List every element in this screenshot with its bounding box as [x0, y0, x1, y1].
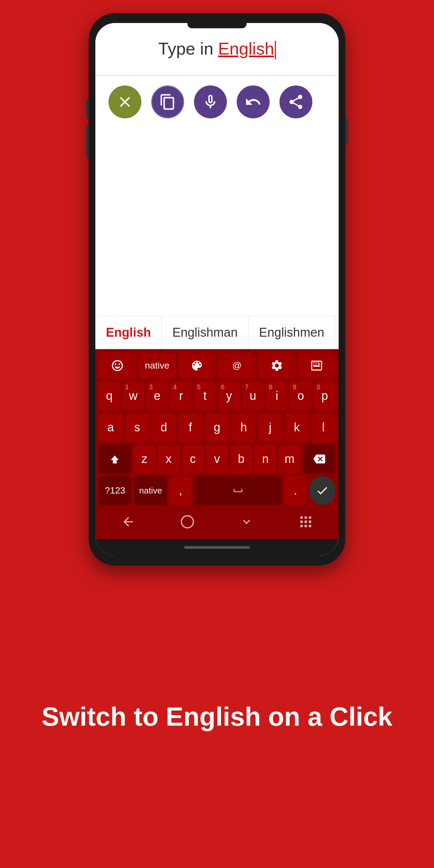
key-m[interactable]: m [279, 444, 301, 473]
settings-icon [270, 359, 283, 372]
settings-button[interactable] [258, 352, 295, 379]
key-i-num: 8 [269, 383, 273, 391]
palette-button[interactable] [179, 352, 216, 379]
key-q[interactable]: q [99, 381, 120, 410]
text-input-area[interactable]: Type in English [95, 23, 339, 75]
native-label-top: native [145, 360, 169, 371]
grid-nav-button[interactable] [292, 514, 319, 530]
suggestion-englishmen[interactable]: Englishmen [249, 316, 335, 349]
done-icon [316, 484, 329, 497]
emoji-button[interactable] [99, 352, 136, 379]
volume-up-button[interactable] [86, 99, 89, 118]
action-button-row [95, 75, 339, 128]
delete-button[interactable] [108, 86, 142, 118]
suggestion-eng[interactable]: Eng [335, 316, 339, 349]
done-key[interactable] [309, 476, 335, 505]
symbols-key[interactable]: ?123 [99, 476, 131, 505]
keyboard-hide-button[interactable] [298, 352, 335, 379]
keyboard-row-4: ?123 native , . [99, 476, 335, 505]
share-icon [287, 93, 305, 111]
home-bar [95, 539, 339, 556]
delete-icon [116, 93, 133, 111]
key-z[interactable]: z [133, 444, 155, 473]
down-nav-button[interactable] [234, 514, 260, 530]
shift-key[interactable] [99, 444, 131, 473]
key-c[interactable]: c [182, 444, 204, 473]
key-a[interactable]: a [99, 413, 123, 442]
key-d[interactable]: d [152, 413, 176, 442]
backspace-icon [313, 453, 325, 465]
key-j-label: j [269, 421, 272, 434]
key-e[interactable]: 3 e [147, 381, 168, 410]
key-i-label: i [276, 389, 278, 403]
undo-icon [245, 93, 262, 111]
key-g[interactable]: g [205, 413, 229, 442]
comma-label: , [179, 484, 182, 497]
key-v[interactable]: v [206, 444, 228, 473]
palette-icon [190, 359, 204, 372]
suggestions-bar: English Englishman Englishmen Eng [95, 316, 339, 349]
native-button-top[interactable]: native [138, 352, 176, 379]
key-l-label: l [322, 421, 325, 434]
key-n-label: n [262, 452, 269, 466]
key-w[interactable]: 1 w [123, 381, 144, 410]
text-cursor [275, 41, 276, 59]
native-key-bottom[interactable]: native [134, 476, 167, 505]
copy-icon [159, 93, 176, 111]
key-p-label: p [321, 389, 328, 403]
home-nav-button[interactable] [174, 514, 200, 530]
key-d-label: d [160, 421, 167, 434]
key-t[interactable]: 5 t [194, 381, 216, 410]
shift-icon [109, 453, 121, 465]
at-button[interactable]: @ [218, 352, 255, 379]
suggestion-englishman[interactable]: Englishman [162, 316, 249, 349]
key-b[interactable]: b [230, 444, 252, 473]
home-nav-icon [180, 515, 195, 529]
key-i[interactable]: 8 i [266, 381, 288, 410]
mic-icon [202, 93, 219, 111]
key-h-label: h [240, 421, 247, 434]
share-button[interactable] [279, 86, 312, 118]
period-key[interactable]: . [284, 476, 306, 505]
space-icon [231, 484, 245, 497]
comma-key[interactable]: , [169, 476, 192, 505]
key-k[interactable]: k [285, 413, 309, 442]
keyboard-special-row: native @ [99, 352, 335, 379]
key-f[interactable]: f [179, 413, 203, 442]
suggestion-english[interactable]: English [95, 316, 162, 349]
key-h[interactable]: h [231, 413, 255, 442]
bottom-navigation [99, 508, 335, 536]
at-label: @ [232, 360, 241, 371]
keyboard-hide-icon [310, 359, 323, 372]
back-nav-button[interactable] [115, 514, 142, 530]
key-c-label: c [190, 452, 196, 466]
key-t-label: t [204, 389, 207, 403]
phone-screen: Type in English [95, 23, 339, 556]
key-p[interactable]: 0 p [314, 381, 335, 410]
key-j[interactable]: j [258, 413, 282, 442]
key-y[interactable]: 6 y [218, 381, 240, 410]
key-o[interactable]: 9 o [290, 381, 311, 410]
space-key[interactable] [194, 476, 282, 505]
emoji-icon [111, 359, 124, 372]
volume-down-button[interactable] [86, 125, 89, 158]
key-u-label: u [250, 389, 256, 403]
key-r[interactable]: 4 r [170, 381, 192, 410]
key-o-label: o [298, 389, 304, 403]
undo-button[interactable] [237, 86, 270, 118]
key-x[interactable]: x [158, 444, 180, 473]
key-k-label: k [294, 421, 300, 434]
key-s[interactable]: s [125, 413, 149, 442]
key-w-label: w [129, 389, 137, 403]
key-n[interactable]: n [254, 444, 276, 473]
copy-button[interactable] [151, 86, 184, 118]
key-y-num: 6 [221, 383, 224, 391]
backspace-key[interactable] [303, 444, 335, 473]
key-u[interactable]: 7 u [242, 381, 264, 410]
microphone-button[interactable] [194, 86, 227, 118]
bottom-headline: Switch to English on a Click [42, 701, 393, 733]
typed-text: Type in English [158, 39, 276, 59]
keyboard: native @ [95, 349, 339, 539]
key-l[interactable]: l [311, 413, 335, 442]
text-highlight: English [218, 39, 274, 58]
